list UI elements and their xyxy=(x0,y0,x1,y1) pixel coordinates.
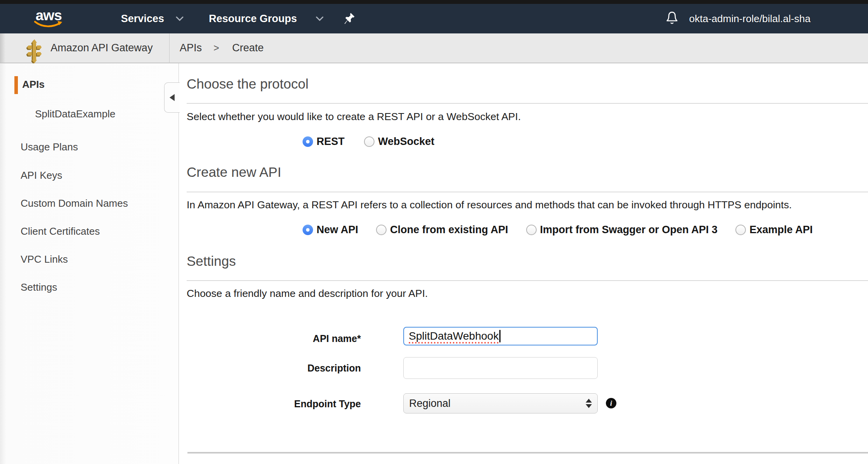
protocol-radio-group: REST WebSocket xyxy=(303,136,434,148)
section-divider xyxy=(187,192,868,192)
breadcrumb-separator: > xyxy=(214,33,219,63)
sidebar-item-client-certificates[interactable]: Client Certificates xyxy=(21,225,100,237)
radio-unselected-icon xyxy=(364,136,374,147)
radio-rest[interactable]: REST xyxy=(303,136,345,148)
radio-unselected-icon xyxy=(376,225,387,235)
aws-logo-text: aws xyxy=(36,9,62,22)
breadcrumb-divider xyxy=(169,33,170,63)
settings-section-title: Settings xyxy=(187,252,236,270)
text-cursor xyxy=(499,330,500,342)
bell-icon[interactable] xyxy=(664,4,680,33)
breadcrumb-item-create: Create xyxy=(232,33,264,63)
radio-unselected-icon xyxy=(526,225,537,235)
aws-smile-icon xyxy=(34,21,63,28)
sidebar-collapse-button[interactable] xyxy=(164,82,180,113)
sidebar-item-apis[interactable]: APIs xyxy=(22,78,45,91)
select-stepper-icon xyxy=(586,399,592,408)
radio-selected-icon xyxy=(303,136,313,147)
sidebar-item-usage-plans[interactable]: Usage Plans xyxy=(21,141,78,153)
protocol-section-description: Select whether you would like to create … xyxy=(187,111,521,123)
radio-unselected-icon xyxy=(735,225,746,235)
description-input[interactable] xyxy=(403,357,598,379)
nav-services[interactable]: Services xyxy=(121,4,164,33)
services-chevron-down-icon xyxy=(176,4,184,33)
protocol-section-title: Choose the protocol xyxy=(187,75,308,93)
radio-import-swagger[interactable]: Import from Swagger or Open API 3 xyxy=(526,224,718,236)
endpoint-type-value: Regional xyxy=(409,398,451,410)
aws-logo[interactable]: aws xyxy=(34,4,63,33)
api-gateway-icon xyxy=(26,39,44,63)
api-name-value: SplitDataWebhook xyxy=(409,330,499,342)
endpoint-type-label: Endpoint Type xyxy=(187,398,361,410)
active-item-accent-bar xyxy=(14,76,18,94)
radio-selected-icon xyxy=(303,225,313,235)
aws-console-window: aws Services Resource Groups xyxy=(0,0,868,464)
section-divider xyxy=(187,103,868,104)
aws-top-navbar: aws Services Resource Groups xyxy=(0,4,868,33)
description-label: Description xyxy=(187,363,361,374)
create-section-description: In Amazon API Gateway, a REST API refers… xyxy=(187,199,792,211)
window-top-strip xyxy=(0,0,868,4)
endpoint-info-icon[interactable]: i xyxy=(606,398,616,408)
endpoint-type-select[interactable]: Regional xyxy=(403,393,598,413)
radio-example-api[interactable]: Example API xyxy=(735,224,813,236)
nav-resource-groups[interactable]: Resource Groups xyxy=(209,4,297,33)
sidebar-item-settings[interactable]: Settings xyxy=(21,281,57,293)
breadcrumb-service-name[interactable]: Amazon API Gateway xyxy=(51,33,153,63)
api-name-label: API name* xyxy=(187,333,361,344)
collapse-arrow-left-icon xyxy=(170,94,175,101)
pin-icon[interactable] xyxy=(344,4,355,33)
sidebar-item-custom-domain-names[interactable]: Custom Domain Names xyxy=(21,197,128,209)
radio-websocket[interactable]: WebSocket xyxy=(364,136,434,148)
resource-groups-chevron-down-icon xyxy=(316,4,324,33)
breadcrumb: Amazon API Gateway APIs > Create xyxy=(0,33,868,63)
settings-section-description: Choose a friendly name and description f… xyxy=(187,288,428,300)
radio-new-api[interactable]: New API xyxy=(303,224,358,236)
sidebar-item-api-keys[interactable]: API Keys xyxy=(21,169,62,181)
sidebar: APIs SplitDataExample Usage Plans API Ke… xyxy=(0,63,179,464)
footer-divider xyxy=(187,452,868,454)
breadcrumb-item-apis[interactable]: APIs xyxy=(180,33,202,63)
create-mode-radio-group: New API Clone from existing API Import f… xyxy=(303,224,813,236)
sidebar-item-vpc-links[interactable]: VPC Links xyxy=(21,253,68,265)
api-name-input[interactable]: SplitDataWebhook xyxy=(403,327,598,345)
section-divider xyxy=(187,280,868,281)
sidebar-item-splitdataexample[interactable]: SplitDataExample xyxy=(35,108,116,120)
radio-clone-existing[interactable]: Clone from existing API xyxy=(376,224,508,236)
main-content: Choose the protocol Select whether you w… xyxy=(179,63,868,464)
account-menu[interactable]: okta-admin-role/bilal.al-sha xyxy=(689,4,810,33)
create-section-title: Create new API xyxy=(187,163,281,181)
